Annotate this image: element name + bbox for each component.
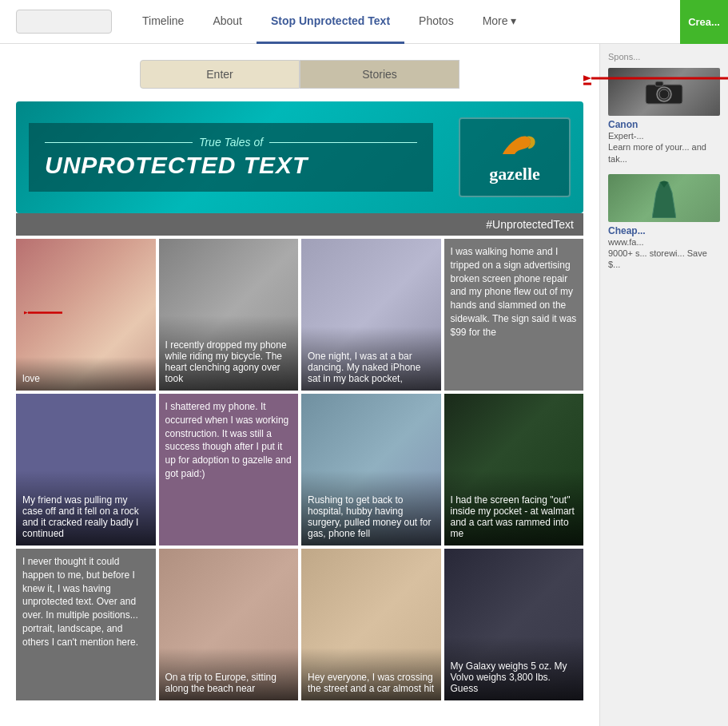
tab-switcher: Enter Stories xyxy=(16,60,583,89)
tab-photos[interactable]: Photos xyxy=(404,0,468,44)
story-card-3[interactable]: One night, I was at a bar dancing. My na… xyxy=(301,239,441,391)
sponsor-cheap-url: www.fa... xyxy=(608,236,720,248)
sponsor-canon-desc: Learn more of your... and tak... xyxy=(608,141,720,165)
story-card-10[interactable]: On a trip to Europe, sitting along the b… xyxy=(159,549,299,700)
story-caption-5: My friend was pulling my case off and it… xyxy=(22,494,149,539)
story-card-8[interactable]: I had the screen facing "out" inside my … xyxy=(444,394,584,545)
story-card-6[interactable]: I shattered my phone. It occurred when I… xyxy=(159,394,299,545)
hero-title: UNPROTECTED TEXT xyxy=(45,152,417,179)
main-content: Enter Stories xyxy=(0,44,728,726)
story-card-4[interactable]: I was walking home and I tripped on a si… xyxy=(444,239,584,391)
story-caption-7: Rushing to get back to hospital, hubby h… xyxy=(308,494,435,539)
red-arrow-indicator xyxy=(583,66,728,90)
hero-text-box: True Tales of UNPROTECTED TEXT xyxy=(29,123,433,192)
enter-tab-button[interactable]: Enter xyxy=(140,60,300,89)
hashtag-text: #UnprotectedText xyxy=(486,218,574,231)
hero-subtitle: True Tales of xyxy=(45,136,417,149)
gazelle-logo-text: gazelle xyxy=(489,164,540,184)
story-card-2[interactable]: I recently dropped my phone while riding… xyxy=(159,239,299,391)
story-caption-8: I had the screen facing "out" inside my … xyxy=(451,494,578,539)
story-caption-11: Hey everyone, I was crossing the street … xyxy=(308,672,435,694)
story-caption-9: I never thought it could happen to me, b… xyxy=(22,555,149,649)
story-card-12[interactable]: My Galaxy weighs 5 oz. My Volvo weighs 3… xyxy=(444,549,584,700)
gazelle-bird-icon xyxy=(491,130,539,161)
sponsor-item-cheap[interactable]: Cheap... www.fa... 9000+ s... storewi...… xyxy=(608,174,720,271)
tab-about[interactable]: About xyxy=(198,0,257,44)
hashtag-bar: #UnprotectedText xyxy=(16,213,583,236)
dress-icon xyxy=(652,178,676,218)
story-grid: love xyxy=(16,239,583,700)
story-card-11[interactable]: Hey everyone, I was crossing the street … xyxy=(301,549,441,700)
tab-timeline[interactable]: Timeline xyxy=(128,0,198,44)
story-caption-3: One night, I was at a bar dancing. My na… xyxy=(308,351,435,384)
sponsor-canon-subtitle: Expert-... xyxy=(608,130,720,141)
story-card-5[interactable]: My friend was pulling my case off and it… xyxy=(16,394,156,545)
sponsor-cheap-title: Cheap... xyxy=(608,225,720,236)
story-caption-10: On a trip to Europe, sitting along the b… xyxy=(165,672,292,694)
story-card-1[interactable]: love xyxy=(16,239,156,391)
sponsor-label: Spons... xyxy=(608,52,720,61)
story-caption-2: I recently dropped my phone while riding… xyxy=(165,339,292,384)
tab-stop-unprotected-text[interactable]: Stop Unprotected Text xyxy=(257,0,404,44)
story-caption-1: love xyxy=(22,373,149,384)
sidebar: Spons... Canon Expert-... Learn more of … xyxy=(600,44,728,726)
search-box[interactable] xyxy=(16,10,112,34)
sponsor-img-cheap xyxy=(608,174,720,222)
story-arrow-1 xyxy=(24,303,64,327)
hero-logo: gazelle xyxy=(459,117,571,197)
svg-point-7 xyxy=(659,89,669,99)
hero-banner: True Tales of UNPROTECTED TEXT gazelle xyxy=(16,101,583,213)
arrow-annotation xyxy=(432,64,591,104)
create-button[interactable]: Crea... xyxy=(680,0,728,44)
story-caption-4: I was walking home and I tripped on a si… xyxy=(451,245,578,339)
sponsor-cheap-desc: 9000+ s... storewi... Save $... xyxy=(608,248,720,271)
sponsor-canon-title: Canon xyxy=(608,119,720,130)
story-card-9[interactable]: I never thought it could happen to me, b… xyxy=(16,549,156,700)
story-caption-12: My Galaxy weighs 5 oz. My Volvo weighs 3… xyxy=(451,661,578,694)
story-card-7[interactable]: Rushing to get back to hospital, hubby h… xyxy=(301,394,441,545)
top-navigation: Timeline About Stop Unprotected Text Pho… xyxy=(0,0,728,44)
tab-more[interactable]: More ▾ xyxy=(468,0,531,44)
center-content: Enter Stories xyxy=(0,44,600,726)
story-caption-6: I shattered my phone. It occurred when I… xyxy=(165,400,292,481)
